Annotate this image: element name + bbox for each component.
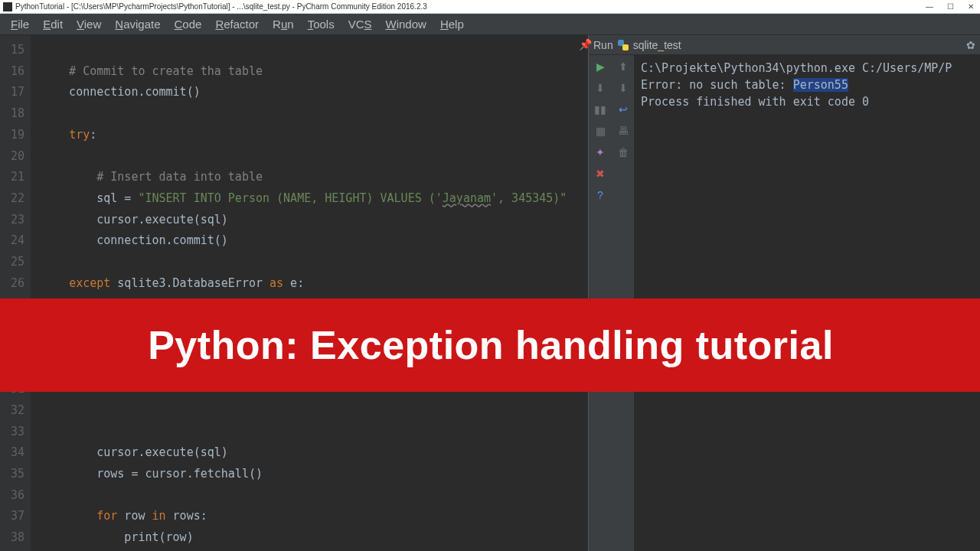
rerun-icon[interactable]: ▶ bbox=[593, 60, 607, 73]
menu-help[interactable]: Help bbox=[434, 16, 470, 32]
menu-tools[interactable]: Tools bbox=[302, 16, 341, 32]
down-icon[interactable]: ⬇ bbox=[593, 81, 607, 95]
run-panel: Run sqlite_test ✿ ▶ ⬇ ▮▮ ▦ ✦ ✖ ? ⬆ ⬇ ↩ 🖶… bbox=[588, 35, 980, 551]
close-button[interactable]: ✕ bbox=[965, 2, 977, 11]
stop-icon[interactable]: ▮▮ bbox=[593, 103, 607, 116]
help-icon[interactable]: ? bbox=[593, 188, 607, 202]
maximize-button[interactable]: ☐ bbox=[944, 2, 957, 11]
app-icon bbox=[3, 2, 12, 11]
video-title-banner: Python: Exception handling tutorial bbox=[0, 298, 980, 392]
menu-file[interactable]: File bbox=[5, 16, 35, 32]
menu-edit[interactable]: Edit bbox=[37, 16, 69, 32]
menu-navigate[interactable]: Navigate bbox=[109, 16, 166, 32]
menu-bar: File Edit View Navigate Code Refactor Ru… bbox=[0, 14, 980, 35]
dump-icon[interactable]: ✦ bbox=[593, 145, 607, 159]
console-line: C:\Projekte\Python34\python.exe C:/Users… bbox=[641, 60, 974, 77]
print-icon[interactable]: 🖶 bbox=[616, 124, 630, 138]
run-title: Run bbox=[593, 39, 613, 51]
close-tab-icon[interactable]: ✖ bbox=[593, 167, 607, 181]
soft-wrap-icon[interactable]: ↩ bbox=[616, 103, 630, 116]
editor-code[interactable]: # Commit to create tha table connection.… bbox=[31, 35, 588, 551]
clear-icon[interactable]: 🗑 bbox=[616, 145, 630, 159]
console-line: Process finished with exit code 0 bbox=[641, 93, 974, 110]
editor-gutter: 1516171819202122232425262728293031323334… bbox=[0, 35, 31, 551]
menu-run[interactable]: Run bbox=[266, 16, 300, 32]
window-title: PythonTutorial - [C:\Users\MP\PycharmPro… bbox=[15, 2, 427, 11]
pin-icon[interactable]: 📌 bbox=[579, 38, 592, 51]
minimize-button[interactable]: — bbox=[923, 2, 936, 11]
menu-view[interactable]: View bbox=[70, 16, 107, 32]
selected-text: Person55 bbox=[793, 78, 848, 92]
up-stack-icon[interactable]: ⬆ bbox=[616, 60, 630, 73]
menu-vcs[interactable]: VCS bbox=[342, 16, 378, 32]
down-stack-icon[interactable]: ⬇ bbox=[616, 81, 630, 95]
layout-icon[interactable]: ▦ bbox=[593, 124, 607, 138]
console-line: Error: no such table: Person55 bbox=[641, 77, 974, 93]
run-config-name[interactable]: sqlite_test bbox=[633, 39, 681, 51]
window-titlebar: PythonTutorial - [C:\Users\MP\PycharmPro… bbox=[0, 0, 980, 14]
menu-code[interactable]: Code bbox=[168, 16, 208, 32]
menu-window[interactable]: Window bbox=[380, 16, 433, 32]
editor[interactable]: 1516171819202122232425262728293031323334… bbox=[0, 35, 588, 551]
menu-refactor[interactable]: Refactor bbox=[209, 16, 265, 32]
run-settings-icon[interactable]: ✿ bbox=[966, 39, 975, 51]
python-icon bbox=[618, 40, 629, 51]
